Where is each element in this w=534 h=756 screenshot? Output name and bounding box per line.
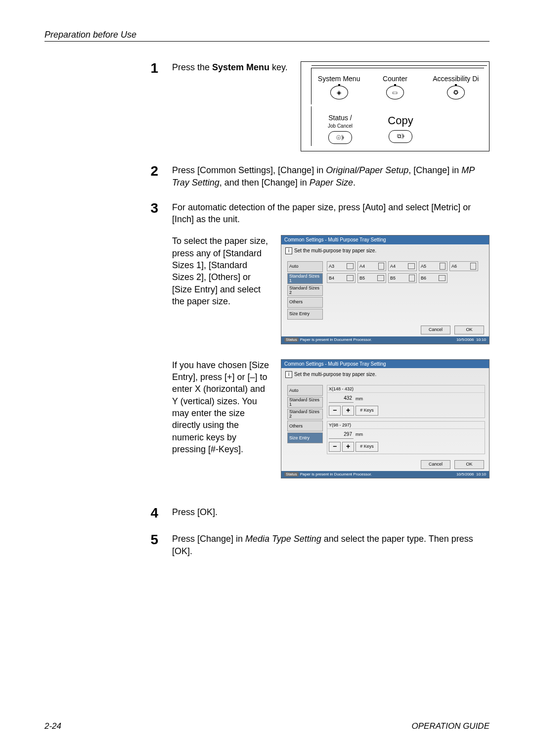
counter-button[interactable]: ▭	[386, 86, 404, 99]
size-tab[interactable]: Auto	[287, 261, 323, 272]
unit: mm	[356, 396, 363, 402]
control-panel-diagram: System Menu◈ Counter▭ Accessibility Di✪ …	[301, 61, 490, 151]
key-label: Accessibility Di	[433, 75, 479, 83]
text: key.	[269, 62, 288, 72]
size-tab[interactable]: Size Entry	[287, 309, 323, 320]
page-orientation-icon	[440, 263, 445, 270]
system-menu-button[interactable]: ◈	[330, 86, 348, 99]
minus-button[interactable]: −	[329, 406, 341, 416]
ok-button[interactable]: OK	[454, 326, 484, 334]
text: Press [Common Settings], [Change] in	[172, 165, 326, 175]
ok-button[interactable]: OK	[454, 460, 484, 469]
plus-button[interactable]: +	[342, 406, 354, 416]
status-button[interactable]: ⦾⟫	[328, 131, 352, 144]
size-tab[interactable]: Standard Sizes 2	[287, 285, 323, 296]
size-tab[interactable]: Others	[287, 421, 323, 431]
numeric-keys-button[interactable]: # Keys	[356, 442, 378, 452]
step-number: 1	[44, 61, 172, 151]
page-orientation-icon	[408, 263, 415, 269]
paper-size-button[interactable]: B5	[388, 273, 417, 283]
cancel-button[interactable]: Cancel	[421, 460, 450, 469]
page-orientation-icon	[439, 275, 445, 281]
step-number: 5	[44, 533, 172, 557]
key-label: Copy	[376, 113, 425, 128]
paper-size-button[interactable]: B5	[357, 273, 386, 283]
size-tab[interactable]: Standard Sizes 1	[287, 397, 323, 408]
page-number: 2-24	[44, 721, 61, 731]
screen-message: Set the multi-purpose tray paper size.	[294, 372, 376, 377]
page-orientation-icon	[409, 275, 415, 282]
y-range-label: Y(98 - 297)	[327, 422, 485, 429]
accessibility-button[interactable]: ✪	[447, 86, 465, 99]
key-label: System Menu	[318, 75, 360, 83]
key-label: Job Cancel	[315, 123, 365, 130]
page-orientation-icon	[470, 263, 476, 270]
text: Press [OK].	[172, 506, 490, 520]
size-tab[interactable]: Auto	[287, 385, 323, 396]
text: System Menu	[212, 62, 269, 72]
status-message: Paper is present in Document Processor.	[300, 337, 372, 342]
text: Press the	[172, 62, 212, 72]
status-button[interactable]: Status	[284, 337, 299, 342]
text: Paper Size	[310, 178, 353, 188]
size-tab[interactable]: Size Entry	[287, 432, 323, 443]
text: To select the paper size, press any of […	[172, 235, 271, 307]
size-tab[interactable]: Standard Sizes 2	[287, 409, 323, 420]
text: For automatic detection of the paper siz…	[172, 201, 490, 226]
info-icon: i	[285, 371, 292, 378]
text: Press [Change] in	[172, 534, 245, 544]
x-range-label: X(148 - 432)	[327, 385, 485, 393]
size-tab[interactable]: Others	[287, 297, 323, 308]
key-label: Counter	[383, 75, 407, 83]
minus-button[interactable]: −	[329, 442, 341, 452]
paper-size-button[interactable]: A4	[388, 261, 417, 271]
numeric-keys-button[interactable]: # Keys	[356, 406, 378, 416]
page-orientation-icon	[378, 263, 384, 270]
screen-title: Common Settings - Multi Purpose Tray Set…	[281, 360, 489, 369]
paper-size-button[interactable]: A6	[449, 261, 478, 271]
key-label: Status /	[315, 113, 365, 123]
screen-title: Common Settings - Multi Purpose Tray Set…	[281, 236, 489, 244]
status-button[interactable]: Status	[284, 472, 299, 476]
page-orientation-icon	[377, 275, 384, 281]
paper-size-button[interactable]: A5	[419, 261, 447, 271]
text: .	[353, 178, 356, 188]
text: If you have chosen [Size Entry], press […	[172, 359, 271, 455]
x-value[interactable]: 432	[329, 394, 354, 403]
info-icon: i	[285, 247, 292, 254]
step-number: 2	[44, 164, 172, 189]
status-time: 10:10	[476, 472, 486, 476]
touchscreen-size-entry: Common Settings - Multi Purpose Tray Set…	[281, 359, 490, 479]
cancel-button[interactable]: Cancel	[421, 326, 450, 334]
unit: mm	[356, 431, 363, 437]
paper-size-button[interactable]: B4	[327, 273, 356, 283]
paper-size-button[interactable]: A4	[357, 261, 386, 271]
step-number: 3	[44, 201, 172, 226]
screen-message: Set the multi-purpose tray paper size.	[294, 248, 376, 253]
text: , and then [Change] in	[220, 178, 310, 188]
page-orientation-icon	[347, 275, 354, 281]
header-rule	[44, 41, 490, 42]
page-orientation-icon	[347, 263, 354, 269]
footer-guide: OPERATION GUIDE	[412, 721, 490, 731]
paper-size-button[interactable]: A3	[327, 261, 356, 271]
plus-button[interactable]: +	[342, 442, 354, 452]
copy-button[interactable]: ⧉⟫	[389, 130, 412, 143]
status-message: Paper is present in Document Processor.	[300, 472, 372, 476]
status-time: 10:10	[476, 337, 486, 342]
status-date: 10/5/2006	[456, 472, 474, 476]
running-header: Preparation before Use	[44, 30, 490, 40]
paper-size-button[interactable]: B6	[419, 273, 447, 283]
size-tab[interactable]: Standard Sizes 1	[287, 273, 323, 284]
step-number: 4	[44, 506, 172, 520]
status-date: 10/5/2006	[456, 337, 474, 342]
text: , [Change] in	[408, 165, 461, 175]
text: Original/Paper Setup	[326, 165, 408, 175]
text: Media Type Setting	[245, 534, 321, 544]
touchscreen-sizes: Common Settings - Multi Purpose Tray Set…	[281, 235, 490, 344]
y-value[interactable]: 297	[329, 430, 354, 439]
